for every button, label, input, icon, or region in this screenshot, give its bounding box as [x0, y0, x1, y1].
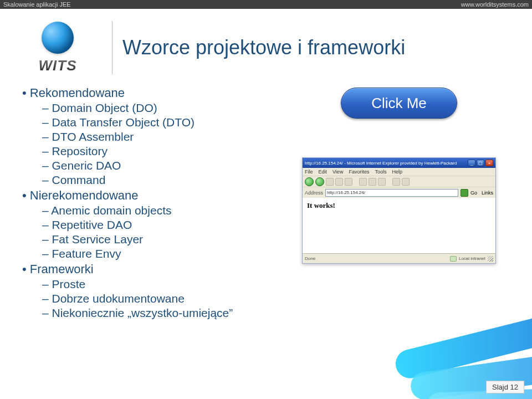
list-item: Fat Service Layer — [42, 233, 277, 246]
resize-grip-icon — [488, 256, 493, 262]
minimize-button[interactable]: _ — [468, 160, 475, 166]
list-item: Dobrze udokumentowane — [42, 292, 277, 305]
stop-button[interactable] — [326, 178, 334, 186]
globe-icon — [42, 22, 74, 54]
list-item: Generic DAO — [42, 159, 277, 172]
forward-button[interactable] — [315, 177, 324, 186]
zone-icon — [450, 256, 457, 262]
click-me-button[interactable]: Click Me — [341, 88, 457, 119]
list-item: Command — [42, 173, 277, 187]
links-label[interactable]: Links — [482, 190, 493, 196]
topbar-right: www.worlditsystems.com — [461, 0, 529, 9]
browser-content: It works! — [303, 198, 495, 253]
l1-frameworks: Frameworki Proste Dobrze udokumentowane … — [22, 262, 277, 320]
address-label: Address — [305, 190, 323, 196]
header: WITS Wzorce projektowe i frameworki — [0, 9, 532, 79]
menu-item[interactable]: Help — [392, 169, 402, 175]
history-button[interactable] — [378, 178, 386, 186]
page-title: Wzorce projektowe i frameworki — [122, 36, 519, 59]
list-item: Feature Envy — [42, 247, 277, 260]
refresh-button[interactable] — [335, 178, 343, 186]
l1-label: Frameworki — [30, 262, 94, 276]
browser-window: http://16.25.154.24/ - Microsoft Interne… — [302, 157, 496, 264]
list-item: Proste — [42, 278, 277, 291]
list-item: Repository — [42, 145, 277, 158]
home-button[interactable] — [345, 178, 352, 186]
menu-item[interactable]: Tools — [375, 169, 386, 175]
search-button[interactable] — [359, 178, 367, 186]
l1-label: Nierekomendowane — [30, 188, 139, 202]
address-value: http://16.25.154.24/ — [327, 190, 365, 195]
menu-item[interactable]: File — [305, 169, 313, 175]
favorites-button[interactable] — [369, 178, 376, 186]
browser-toolbar — [303, 176, 495, 187]
list-item: Repetitive DAO — [42, 218, 277, 232]
menu-item[interactable]: Favorites — [349, 169, 369, 175]
menu-item[interactable]: Edit — [319, 169, 328, 175]
print-button[interactable] — [402, 178, 410, 186]
browser-statusbar: Done Local intranet — [303, 253, 495, 263]
address-bar-row: Address http://16.25.154.24/ Go Links — [303, 187, 495, 198]
maximize-button[interactable]: ▢ — [477, 160, 484, 166]
bullet-list: Rekomendowane Domain Object (DO) Data Tr… — [22, 84, 277, 321]
address-input[interactable]: http://16.25.154.24/ — [325, 189, 458, 197]
footer: Slajd 12 — [0, 372, 532, 399]
content: Rekomendowane Domain Object (DO) Data Tr… — [0, 79, 532, 321]
list-item: Niekoniecznie „wszystko-umiejące” — [42, 306, 277, 320]
l1-not-recommended: Nierekomendowane Anemic domain objects R… — [22, 188, 277, 260]
status-left: Done — [305, 256, 315, 261]
browser-body-text: It works! — [307, 201, 335, 209]
close-button[interactable]: × — [485, 160, 493, 166]
back-button[interactable] — [305, 177, 314, 186]
logo: WITS — [13, 22, 102, 74]
l1-label: Rekomendowane — [30, 86, 125, 100]
header-divider — [112, 21, 112, 74]
list-item: Domain Object (DO) — [42, 101, 277, 115]
go-button[interactable] — [461, 189, 468, 197]
browser-menubar: File Edit View Favorites Tools Help — [303, 168, 495, 176]
status-right: Local intranet — [459, 256, 485, 261]
list-item: Data Transfer Object (DTO) — [42, 116, 277, 129]
browser-title: http://16.25.154.24/ - Microsoft Interne… — [305, 161, 468, 166]
click-me-label: Click Me — [371, 95, 427, 112]
logo-text: WITS — [39, 57, 77, 74]
list-item: Anemic domain objects — [42, 204, 277, 217]
list-item: DTO Assembler — [42, 130, 277, 144]
browser-titlebar: http://16.25.154.24/ - Microsoft Interne… — [303, 158, 495, 168]
l1-recommended: Rekomendowane Domain Object (DO) Data Tr… — [22, 86, 277, 187]
topbar-left: Skalowanie aplikacji JEE — [3, 0, 71, 9]
mail-button[interactable] — [392, 178, 400, 186]
slide-number: Slajd 12 — [486, 381, 524, 393]
go-label: Go — [470, 190, 477, 196]
top-bar: Skalowanie aplikacji JEE www.worlditsyst… — [0, 0, 532, 9]
menu-item[interactable]: View — [332, 169, 343, 175]
